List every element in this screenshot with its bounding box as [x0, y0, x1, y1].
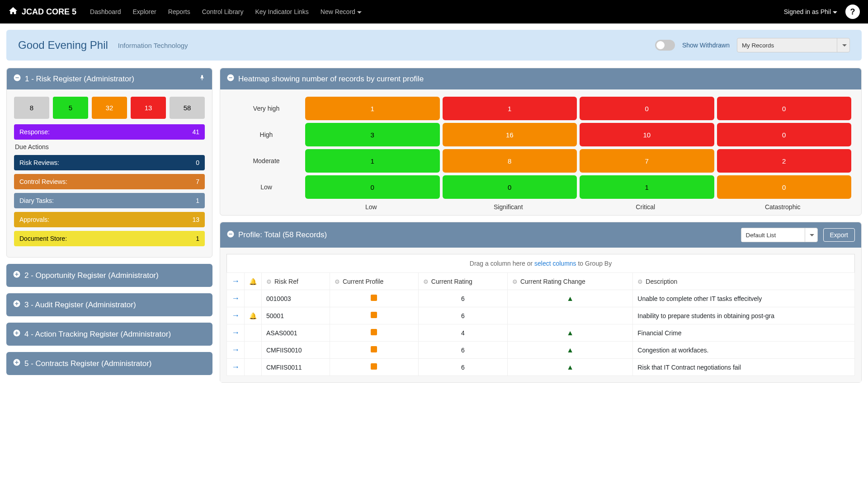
cell-rating-change: ▲: [507, 324, 632, 342]
table-row[interactable]: →🔔500016Inability to prepare students in…: [227, 307, 855, 324]
control-reviews-bar[interactable]: Control Reviews: 7: [14, 174, 205, 189]
nav-new-record[interactable]: New Record: [317, 5, 365, 18]
open-row-button[interactable]: →: [227, 342, 245, 359]
arrow-right-icon: →: [231, 294, 240, 303]
heatmap-cell[interactable]: 0: [717, 97, 852, 120]
profile-panel: Profile: Total (58 Records) Export Drag …: [220, 222, 862, 383]
bell-icon: 🔔: [249, 278, 257, 285]
risk-reviews-bar[interactable]: Risk Reviews: 0: [14, 155, 205, 170]
nav-control-library[interactable]: Control Library: [198, 5, 247, 18]
greeting-subtitle: Information Technology: [118, 42, 188, 49]
records-dropdown[interactable]: [737, 38, 850, 52]
col-description[interactable]: ⚙Description: [633, 273, 855, 290]
contracts-register-header[interactable]: 5 - Contracts Register (Administrator): [6, 352, 212, 375]
heatmap-cell[interactable]: 16: [443, 123, 577, 146]
count-box-4[interactable]: 13: [131, 97, 166, 119]
count-box-2[interactable]: 5: [53, 97, 88, 119]
col-risk-ref[interactable]: ⚙Risk Ref: [262, 273, 330, 290]
open-row-button[interactable]: →: [227, 307, 245, 324]
table-row[interactable]: →ASAS00014▲Financial Crime: [227, 324, 855, 342]
svg-rect-13: [16, 361, 17, 364]
risk-register-title: 1 - Risk Register (Administrator): [25, 75, 134, 84]
col-open[interactable]: →: [227, 273, 245, 290]
brand-text: JCAD CORE 5: [22, 7, 76, 17]
brand[interactable]: JCAD CORE 5: [8, 6, 76, 18]
table-row[interactable]: →00100036▲Unable to complete other IT ta…: [227, 290, 855, 307]
document-store-bar[interactable]: Document Store: 1: [14, 231, 205, 246]
heatmap-cell[interactable]: 8: [443, 149, 577, 173]
diary-tasks-bar[interactable]: Diary Tasks: 1: [14, 193, 205, 208]
open-row-button[interactable]: →: [227, 290, 245, 307]
heatmap-cell[interactable]: 2: [717, 149, 852, 173]
heatmap-cell[interactable]: 1: [580, 175, 714, 199]
nav-new-record-label: New Record: [321, 8, 355, 15]
nav-key-indicators[interactable]: Key Indicator Links: [252, 5, 312, 18]
heatmap-cell[interactable]: 0: [717, 123, 852, 146]
open-row-button[interactable]: →: [227, 324, 245, 342]
home-icon: [8, 6, 18, 18]
profile-swatch-icon: [371, 295, 377, 301]
heatmap-cell[interactable]: 0: [305, 175, 440, 199]
cell-rating-change: [507, 307, 632, 324]
count-box-1[interactable]: 8: [14, 97, 49, 119]
cell-bell: [245, 324, 262, 342]
open-row-button[interactable]: →: [227, 359, 245, 376]
svg-rect-4: [16, 272, 17, 276]
cell-current-rating: 6: [418, 342, 507, 359]
opportunity-register-header[interactable]: 2 - Opportunity Register (Administrator): [6, 264, 212, 287]
export-button[interactable]: Export: [823, 228, 855, 242]
group-by-bar[interactable]: Drag a column here or select columns to …: [226, 254, 855, 272]
heatmap-cell[interactable]: 1: [305, 149, 440, 173]
table-row[interactable]: →CMFIIS00116▲Risk that IT Contract negot…: [227, 359, 855, 376]
heatmap-header[interactable]: Heatmap showing number of records by cur…: [220, 68, 861, 89]
show-withdrawn-toggle[interactable]: [655, 40, 675, 51]
signed-in-menu[interactable]: Signed in as Phil: [784, 8, 837, 15]
response-bar[interactable]: Response: 41: [14, 124, 205, 140]
heatmap-cell[interactable]: 7: [580, 149, 714, 173]
pin-icon[interactable]: [198, 74, 206, 84]
cell-risk-ref: 50001: [262, 307, 330, 324]
list-dropdown-value[interactable]: [741, 228, 805, 242]
col-bell[interactable]: 🔔: [245, 273, 262, 290]
risk-register-header[interactable]: 1 - Risk Register (Administrator): [7, 68, 212, 89]
heatmap-panel: Heatmap showing number of records by cur…: [220, 68, 862, 216]
count-box-3[interactable]: 32: [92, 97, 127, 119]
col-rating-change[interactable]: ⚙Current Rating Change: [507, 273, 632, 290]
cell-risk-ref: 0010003: [262, 290, 330, 307]
heatmap-cell[interactable]: 0: [717, 175, 852, 199]
collapsed-title: 5 - Contracts Register (Administrator): [24, 359, 152, 368]
chevron-down-icon: [805, 228, 817, 242]
records-dropdown-value[interactable]: [737, 38, 837, 52]
nav-explorer[interactable]: Explorer: [129, 5, 160, 18]
cell-description: Inability to prepare students in obtaini…: [633, 307, 855, 324]
col-current-rating[interactable]: ⚙Current Rating: [418, 273, 507, 290]
expand-icon: [13, 358, 21, 369]
list-dropdown[interactable]: [741, 228, 818, 242]
profile-table: → 🔔 ⚙Risk Ref ⚙Current Profile ⚙Current …: [226, 272, 855, 376]
table-row[interactable]: →CMFIIS00106▲Congestion at workfaces.: [227, 342, 855, 359]
arrow-right-icon: →: [231, 328, 240, 337]
help-icon[interactable]: ?: [845, 5, 860, 19]
heatmap-cell[interactable]: 3: [305, 123, 440, 146]
col-label: Current Rating Change: [520, 278, 585, 285]
heatmap-row-label: High: [230, 123, 302, 146]
action-tracking-register-header[interactable]: 4 - Action Tracking Register (Administra…: [6, 323, 212, 346]
response-label: Response:: [19, 128, 50, 136]
heatmap-cell[interactable]: 1: [443, 97, 577, 120]
nav-dashboard[interactable]: Dashboard: [86, 5, 125, 18]
heatmap-cell[interactable]: 0: [443, 175, 577, 199]
count-box-5[interactable]: 58: [170, 97, 205, 119]
heatmap-cell[interactable]: 10: [580, 123, 714, 146]
heatmap-cell[interactable]: 0: [580, 97, 714, 120]
heatmap-cell[interactable]: 1: [305, 97, 440, 120]
expand-icon: [13, 300, 21, 310]
cell-bell: [245, 290, 262, 307]
nav-reports[interactable]: Reports: [165, 5, 194, 18]
col-current-profile[interactable]: ⚙Current Profile: [330, 273, 418, 290]
audit-register-header[interactable]: 3 - Audit Register (Administrator): [6, 293, 212, 316]
cell-risk-ref: CMFIIS0010: [262, 342, 330, 359]
select-columns-link[interactable]: select columns: [534, 260, 576, 267]
approvals-bar[interactable]: Approvals: 13: [14, 212, 205, 227]
show-withdrawn-label: Show Withdrawn: [682, 42, 730, 49]
cell-current-rating: 6: [418, 290, 507, 307]
